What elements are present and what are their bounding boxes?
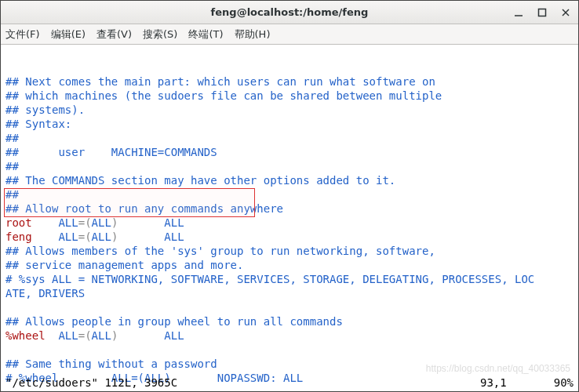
comment-line: ## Allows people in group wheel to run a… (5, 315, 343, 328)
comment-line: ## Allows members of the 'sys' group to … (5, 245, 435, 257)
comment-line: ## The COMMANDS section may have other o… (5, 174, 395, 187)
comment-line: # %sys ALL = NETWORKING, SOFTWARE, SERVI… (5, 273, 534, 285)
minimize-button[interactable] (512, 6, 525, 19)
status-percent: 90% (554, 376, 574, 390)
terminal-area[interactable]: ## Next comes the main part: which users… (1, 45, 578, 391)
menubar: 文件(F) 编辑(E) 查看(V) 搜索(S) 终端(T) 帮助(H) (1, 24, 578, 45)
comment-line: ## Syntax: (5, 118, 71, 130)
comment-line: ## (5, 132, 19, 144)
comment-line: ## (5, 188, 19, 201)
window-controls (512, 1, 572, 24)
menu-search[interactable]: 搜索(S) (143, 27, 177, 42)
window-title: feng@localhost:/home/feng (211, 6, 369, 18)
menu-file[interactable]: 文件(F) (5, 27, 40, 42)
sudoers-line-wheel: %wheel ALL=(ALL) ALL (5, 329, 184, 342)
menu-help[interactable]: 帮助(H) (235, 27, 271, 42)
vim-status-line: "/etc/sudoers" 112L, 3965C 93,1 90% (5, 376, 574, 390)
comment-line: ## (5, 160, 19, 172)
watermark: https://blog.csdn.net/qq_40033365 (426, 361, 570, 376)
comment-line: ## user MACHINE=COMMANDS (5, 146, 217, 158)
svg-rect-1 (539, 9, 546, 16)
comment-line: ## systems). (5, 103, 85, 116)
sudoers-line-feng: feng ALL=(ALL) ALL (5, 230, 184, 243)
comment-line: ## Next comes the main part: which users… (5, 75, 435, 88)
status-file: "/etc/sudoers" 112L, 3965C (5, 376, 177, 390)
comment-line: ## Allow root to run any commands anywhe… (5, 202, 283, 215)
close-button[interactable] (559, 6, 572, 19)
comment-line: ATE, DRIVERS (5, 287, 85, 299)
sudoers-line-root: root ALL=(ALL) ALL (5, 216, 184, 229)
maximize-button[interactable] (536, 6, 548, 19)
menu-view[interactable]: 查看(V) (96, 27, 132, 42)
status-position: 93,1 (480, 376, 507, 390)
menu-terminal[interactable]: 终端(T) (188, 27, 223, 42)
comment-line: ## service management apps and more. (5, 259, 243, 271)
comment-line: ## Same thing without a password (5, 358, 217, 370)
menu-edit[interactable]: 编辑(E) (51, 27, 86, 42)
comment-line: ## which machines (the sudoers file can … (5, 89, 442, 102)
titlebar: feng@localhost:/home/feng (1, 1, 578, 24)
